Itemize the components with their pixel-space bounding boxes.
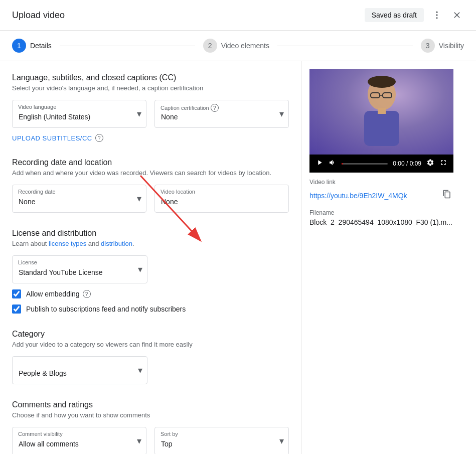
steps-bar: 1 Details 2 Video elements 3 Visibility: [0, 31, 476, 61]
step-video-elements[interactable]: 2 Video elements: [203, 39, 269, 53]
svg-point-2: [436, 17, 437, 19]
saved-draft-button[interactable]: Saved as draft: [365, 8, 424, 22]
upload-subtitles-link[interactable]: UPLOAD SUBTITLES/CC: [12, 134, 92, 142]
comment-visibility-label: Comment visibility: [18, 431, 63, 437]
allow-embedding-row: Allow embedding ?: [12, 289, 289, 298]
filename-section: Filename Block_2_290465494_1080x1080_F30…: [309, 209, 453, 226]
upload-video-dialog: Upload video Saved as draft 1 Details: [0, 0, 476, 454]
license-section-desc: Learn about license types and distributi…: [12, 240, 289, 247]
close-button[interactable]: [450, 8, 464, 22]
video-link-row: https://youtu.be/9Eh2IW_4MQk: [309, 188, 453, 203]
publish-feed-label: Publish to subscriptions feed and notify…: [26, 305, 186, 313]
video-location-label: Video location: [161, 189, 195, 195]
caption-cert-label: Caption certification ?: [161, 104, 219, 112]
step-1-circle: 1: [12, 39, 26, 53]
category-group: People & Blogs ▾: [12, 356, 147, 384]
video-link-url[interactable]: https://youtu.be/9Eh2IW_4MQk: [309, 192, 407, 200]
video-link-label: Video link: [309, 179, 453, 186]
step-3-label: Visibility: [439, 42, 464, 50]
step-2-circle: 2: [203, 39, 217, 53]
recording-section-title: Recording date and location: [12, 158, 289, 167]
settings-icon: [426, 159, 434, 167]
close-icon: [452, 10, 462, 20]
comments-form-row: Comment visibility Allow all comments ▾ …: [12, 427, 289, 454]
recording-section: Recording date and location Add when and…: [12, 158, 289, 213]
video-preview: 0:00 / 0:09: [309, 69, 453, 173]
progress-fill: [342, 163, 343, 165]
distribution-link[interactable]: distribution: [101, 240, 132, 247]
recording-date-label: Recording date: [18, 189, 56, 195]
video-language-label: Video language: [18, 104, 56, 110]
license-form-row: License Standard YouTube License ▾: [12, 255, 289, 283]
sort-by-label: Sort by: [161, 431, 178, 437]
language-section: Language, subtitles, and closed captions…: [12, 73, 289, 142]
step-2-label: Video elements: [221, 42, 269, 50]
recording-section-desc: Add when and where your video was record…: [12, 169, 289, 177]
step-visibility[interactable]: 3 Visibility: [421, 39, 464, 53]
license-label: License: [18, 259, 37, 265]
license-section: License and distribution Learn about lic…: [12, 229, 289, 314]
svg-point-1: [436, 14, 437, 16]
license-types-link[interactable]: license types: [49, 240, 86, 247]
allow-embedding-label: Allow embedding ?: [26, 290, 91, 298]
svg-point-9: [368, 76, 396, 88]
video-thumbnail: [309, 69, 453, 155]
step-3-circle: 3: [421, 39, 435, 53]
category-section: Category Add your video to a category so…: [12, 330, 289, 384]
dialog-title: Upload video: [12, 10, 65, 21]
copy-link-button[interactable]: [440, 188, 453, 203]
caption-cert-help-icon[interactable]: ?: [211, 104, 219, 112]
recording-date-group: Recording date None ▾: [12, 185, 146, 213]
main-content: Language, subtitles, and closed captions…: [0, 61, 476, 454]
category-section-title: Category: [12, 330, 289, 339]
category-form-row: People & Blogs ▾: [12, 356, 289, 384]
upload-subtitles-row: UPLOAD SUBTITLES/CC ?: [12, 134, 289, 142]
filename-label: Filename: [309, 209, 453, 216]
filename-value: Block_2_290465494_1080x1080_F30 (1).m...: [309, 218, 453, 226]
caption-cert-group: Caption certification ? None ▾: [154, 100, 289, 128]
video-link-section: Video link https://youtu.be/9Eh2IW_4MQk: [309, 179, 453, 203]
fullscreen-button[interactable]: [439, 159, 447, 169]
video-location-group: Video location: [154, 185, 289, 213]
video-language-group: Video language English (United States) ▾: [12, 100, 146, 128]
allow-embedding-help-icon[interactable]: ?: [83, 290, 91, 298]
license-section-title: License and distribution: [12, 229, 289, 238]
fullscreen-icon: [439, 159, 447, 167]
person-figure: [337, 72, 427, 152]
volume-icon: [329, 159, 337, 167]
publish-feed-row: Publish to subscriptions feed and notify…: [12, 305, 289, 314]
play-button[interactable]: [315, 159, 324, 169]
step-connector-2: [277, 46, 413, 46]
progress-bar[interactable]: [342, 163, 388, 165]
category-select[interactable]: People & Blogs: [12, 356, 147, 384]
license-group: License Standard YouTube License ▾: [12, 255, 147, 283]
comments-section: Comments and ratings Choose if and how y…: [12, 400, 289, 454]
kebab-icon: [432, 10, 442, 20]
step-details[interactable]: 1 Details: [12, 39, 52, 53]
settings-button[interactable]: [426, 159, 434, 169]
sort-by-group: Sort by Top ▾: [154, 427, 289, 454]
language-section-title: Language, subtitles, and closed captions…: [12, 73, 289, 82]
svg-point-0: [436, 12, 437, 13]
language-section-desc: Select your video's language and, if nee…: [12, 84, 289, 92]
dialog-header: Upload video Saved as draft: [0, 0, 476, 31]
allow-embedding-checkbox[interactable]: [12, 289, 21, 298]
volume-button[interactable]: [329, 159, 337, 169]
subtitles-help-icon[interactable]: ?: [95, 134, 103, 142]
menu-icon-button[interactable]: [430, 8, 444, 22]
right-panel: 0:00 / 0:09 Video link https://youtu.be/…: [301, 61, 461, 454]
step-connector-1: [60, 46, 195, 46]
comment-visibility-group: Comment visibility Allow all comments ▾: [12, 427, 146, 454]
left-panel: Language, subtitles, and closed captions…: [0, 61, 301, 454]
copy-icon: [442, 190, 451, 199]
time-display: 0:00 / 0:09: [393, 160, 421, 167]
comments-section-desc: Choose if and how you want to show comme…: [12, 411, 289, 419]
svg-rect-10: [364, 111, 399, 146]
publish-feed-checkbox[interactable]: [12, 305, 21, 314]
language-form-row: Video language English (United States) ▾…: [12, 100, 289, 128]
play-icon: [315, 159, 324, 167]
video-controls-bar: 0:00 / 0:09: [309, 155, 453, 173]
recording-form-row: Recording date None ▾ Video location: [12, 185, 289, 213]
comments-section-title: Comments and ratings: [12, 400, 289, 409]
svg-rect-11: [378, 108, 386, 114]
